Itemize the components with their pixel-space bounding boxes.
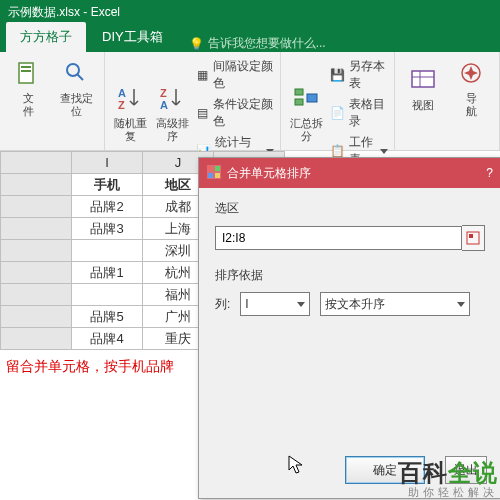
svg-rect-18 bbox=[215, 166, 220, 171]
palette-icon: ▤ bbox=[196, 105, 210, 121]
list-icon: 📄 bbox=[330, 105, 345, 121]
row-header[interactable] bbox=[1, 328, 72, 350]
row-header[interactable] bbox=[1, 306, 72, 328]
save-icon: 💾 bbox=[330, 67, 345, 83]
svg-line-4 bbox=[77, 74, 83, 80]
cell[interactable]: 品牌1 bbox=[72, 262, 143, 284]
row-header[interactable] bbox=[1, 196, 72, 218]
btn-view[interactable]: 视图 bbox=[401, 56, 445, 120]
svg-rect-19 bbox=[208, 173, 213, 178]
btn-condition-color[interactable]: ▤条件设定颜色 bbox=[196, 94, 275, 132]
tab-diy[interactable]: DIY工具箱 bbox=[88, 22, 177, 52]
order-select[interactable]: 按文本升序 bbox=[320, 292, 470, 316]
range-input[interactable] bbox=[215, 226, 462, 250]
file-icon bbox=[13, 58, 43, 88]
btn-table-index[interactable]: 📄表格目录 bbox=[330, 94, 388, 132]
svg-rect-20 bbox=[215, 173, 220, 178]
ribbon-tabs: 方方格子 DIY工具箱 💡 告诉我您想要做什么... bbox=[0, 24, 500, 52]
row-header[interactable] bbox=[1, 240, 72, 262]
svg-rect-22 bbox=[469, 234, 473, 238]
svg-rect-2 bbox=[21, 70, 31, 72]
btn-file[interactable]: 文 件 bbox=[6, 56, 50, 120]
cursor-icon bbox=[288, 455, 304, 475]
btn-interval-color[interactable]: ▦间隔设定颜色 bbox=[196, 56, 275, 94]
sort-za-icon: ZA bbox=[157, 83, 187, 113]
cell[interactable]: 品牌4 bbox=[72, 328, 143, 350]
btn-save-as-sheet[interactable]: 💾另存本表 bbox=[330, 56, 388, 94]
column-select[interactable]: I bbox=[240, 292, 310, 316]
svg-rect-9 bbox=[295, 89, 303, 95]
ribbon: 文 件 查找定 位 AZ 随机重 复 ZA 高级排 序 ▦间隔设定颜色 ▤条件设… bbox=[0, 52, 500, 151]
cell[interactable]: 品牌2 bbox=[72, 196, 143, 218]
svg-text:Z: Z bbox=[118, 99, 125, 111]
row-header[interactable] bbox=[1, 284, 72, 306]
selection-label: 选区 bbox=[215, 200, 485, 217]
col-header[interactable]: I bbox=[72, 152, 143, 174]
tell-me[interactable]: 💡 告诉我您想要做什么... bbox=[189, 35, 326, 52]
find-icon bbox=[61, 58, 91, 88]
help-button[interactable]: ? bbox=[486, 166, 493, 180]
row-header[interactable] bbox=[1, 218, 72, 240]
chevron-down-icon bbox=[297, 302, 305, 307]
summary-icon bbox=[291, 83, 321, 113]
svg-rect-11 bbox=[307, 94, 317, 102]
row-header[interactable] bbox=[1, 262, 72, 284]
grid-icon: ▦ bbox=[196, 67, 210, 83]
window-title: 示例数据.xlsx - Excel bbox=[8, 4, 120, 21]
svg-text:A: A bbox=[160, 99, 168, 111]
cell[interactable]: 品牌5 bbox=[72, 306, 143, 328]
column-label: 列: bbox=[215, 296, 230, 313]
cell[interactable]: 手机 bbox=[72, 174, 143, 196]
cell[interactable]: 品牌3 bbox=[72, 218, 143, 240]
compass-icon bbox=[456, 58, 486, 88]
cell[interactable] bbox=[72, 240, 143, 262]
lightbulb-icon: 💡 bbox=[189, 37, 204, 51]
app-icon bbox=[207, 165, 221, 182]
svg-rect-17 bbox=[208, 166, 213, 171]
cell[interactable] bbox=[72, 284, 143, 306]
dialog-titlebar[interactable]: 合并单元格排序 ? bbox=[199, 158, 500, 188]
svg-rect-1 bbox=[21, 66, 31, 68]
tab-fangfang[interactable]: 方方格子 bbox=[6, 22, 86, 52]
sort-az-icon: AZ bbox=[115, 83, 145, 113]
svg-rect-10 bbox=[295, 99, 303, 105]
watermark-logo: 百科全说 助你轻松解决 bbox=[398, 460, 498, 498]
chevron-down-icon bbox=[457, 302, 465, 307]
svg-text:Z: Z bbox=[160, 87, 167, 99]
btn-find-locate[interactable]: 查找定 位 bbox=[54, 56, 98, 120]
sort-by-label: 排序依据 bbox=[215, 267, 485, 284]
view-icon bbox=[408, 65, 438, 95]
svg-text:A: A bbox=[118, 87, 126, 99]
dialog-merge-sort: 合并单元格排序 ? 选区 排序依据 列: I 按文本升序 确定 退出 bbox=[198, 157, 500, 499]
dialog-title: 合并单元格排序 bbox=[227, 165, 311, 182]
svg-rect-12 bbox=[412, 71, 434, 87]
btn-navigate[interactable]: 导 航 bbox=[449, 56, 493, 120]
app-titlebar: 示例数据.xlsx - Excel bbox=[0, 0, 500, 24]
range-picker-button[interactable] bbox=[462, 225, 485, 251]
row-header[interactable] bbox=[1, 174, 72, 196]
